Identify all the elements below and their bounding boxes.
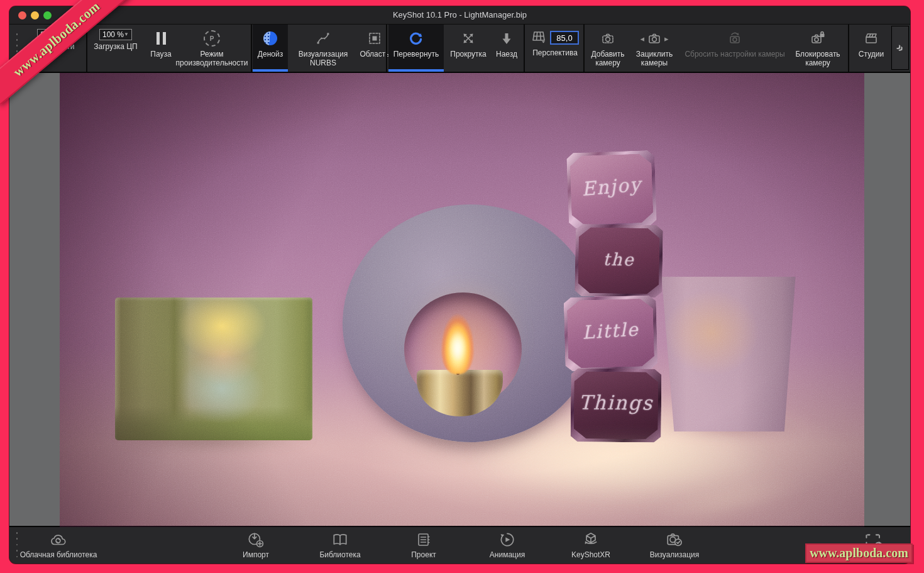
green-glass-cube [115,298,312,440]
toolbar-overflow-button[interactable]: » [891,26,909,70]
pan-camera-button[interactable]: Прокрутка [446,25,490,72]
workspace-background: Enjoy the Little Things [9,73,910,527]
open-book-icon [330,530,350,550]
dropdown-arrow-icon: ▼ [124,29,129,40]
xr-cube-icon [581,530,600,550]
animation-play-icon [498,530,517,550]
bottom-toolbar: Облачная библиотека Импорт [9,526,910,564]
reset-camera-button[interactable]: Сбросить настройки камеры [681,25,789,72]
cpu-usage-dropdown[interactable]: 100 %▼ [99,29,132,40]
animation-button[interactable]: Анимация [460,530,554,562]
tumble-camera-button[interactable]: Перевернуть [388,25,444,72]
pause-icon [157,29,166,48]
watermark-badge: www.aplboda.com [805,543,913,563]
pan-arrows-icon [461,29,476,48]
dolly-camera-button[interactable]: Наезд [490,25,523,72]
cloud-library-button[interactable]: Облачная библиотека [9,530,112,562]
cycle-cameras-button[interactable]: ◂ ▸ Зациклить камеры [630,25,678,72]
cloud-icon [49,530,68,550]
studios-button[interactable]: Студии [852,25,891,72]
render-button[interactable]: Визуализация [627,530,722,562]
lock-camera-button[interactable]: Блокировать камеру [791,25,845,72]
frosted-pink-cup [659,277,798,431]
screenshot-root: KeyShot 10.1 Pro - LightManager.bip S▼ е… [0,0,924,573]
project-button[interactable]: Проект [377,530,471,562]
toolbar-separator [848,25,849,72]
import-button[interactable]: Импорт [209,530,303,562]
perspective-control: Перспектива [526,25,584,72]
toolbar-separator [583,25,585,72]
import-icon [246,530,265,550]
denoise-icon [263,29,277,48]
cycle-cameras-icon: ◂ ▸ [640,29,668,48]
toolbar-separator [524,25,525,72]
perspective-grid-icon [531,29,546,47]
glass-cube-the: the [575,224,663,298]
perspective-value-input[interactable] [550,31,579,45]
rotate-icon [409,29,424,48]
window-title: KeyShot 10.1 Pro - LightManager.bip [9,6,910,24]
camera-check-icon [664,530,685,550]
camera-lock-icon [810,29,826,48]
realtime-render-viewport[interactable]: Enjoy the Little Things [60,73,864,527]
camera-plus-icon [600,29,616,48]
title-bar: KeyShot 10.1 Pro - LightManager.bip [9,6,910,25]
performance-mode-icon: P [204,29,220,48]
cpu-usage-control[interactable]: 100 %▼ Загрузка ЦП [91,25,140,72]
performance-mode-button[interactable]: P Режим производительности [165,25,258,72]
region-button[interactable]: Область [356,25,393,72]
foreground-light-pool [462,435,789,504]
region-icon [367,29,382,48]
glass-cube-little: Little [563,295,657,372]
glass-cube-things: Things [570,368,661,442]
nurbs-icon [316,29,331,48]
denoise-button[interactable]: Денойз [253,25,288,72]
nurbs-rendering-button[interactable]: Визуализация NURBS [289,25,357,72]
top-toolbar: S▼ е области 100 %▼ Загрузка ЦП Пауза P … [9,25,910,73]
library-button[interactable]: Библиотека [293,530,387,562]
project-panel-icon [415,530,432,550]
add-camera-button[interactable]: Добавить камеру [585,25,630,72]
candle-flame-core [449,332,466,361]
app-window: KeyShot 10.1 Pro - LightManager.bip S▼ е… [9,6,910,564]
down-arrow-icon [499,29,514,48]
keyshotxr-button[interactable]: KeyShotXR [544,530,638,562]
camera-reset-icon [727,29,743,48]
glass-cube-enjoy: Enjoy [566,150,657,229]
toolbar-separator [386,25,387,72]
toolbar-separator [251,25,252,72]
cpu-usage-label: Загрузка ЦП [94,42,137,51]
clapperboard-icon [863,29,879,48]
